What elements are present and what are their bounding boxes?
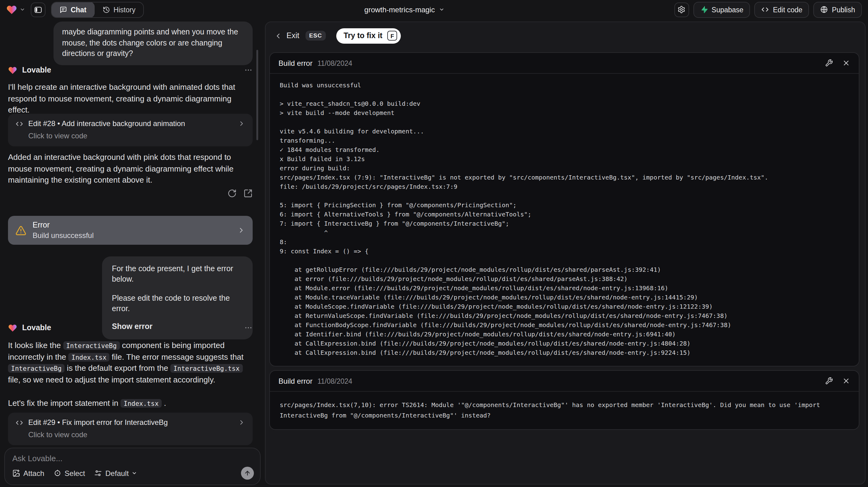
build-error-date: 11/08/2024: [317, 377, 352, 385]
publish-button[interactable]: Publish: [814, 2, 862, 18]
inline-code: Index.tsx: [121, 399, 162, 408]
attach-image-icon: [12, 469, 20, 477]
chevron-right-icon: [238, 419, 245, 426]
chevron-down-icon: [439, 7, 445, 12]
preview-panel: Exit ESC Try to fix it F Build error 11/…: [265, 22, 866, 485]
preview-header: Exit ESC Try to fix it F: [274, 28, 856, 44]
attach-button[interactable]: Attach: [12, 469, 44, 478]
edit-card-28-row: Edit #28 • Add interactive background an…: [16, 119, 245, 128]
chevron-left-icon: [274, 32, 282, 40]
build-error-card-2: Build error 11/08/2024 src/pages/Index.t…: [269, 370, 859, 430]
error-banner-subtitle: Build unsuccessful: [33, 231, 94, 240]
exit-button[interactable]: Exit: [286, 31, 299, 40]
text-part: is the default export from the: [65, 363, 170, 373]
text-part: file, so we need to adjust the import st…: [8, 375, 215, 384]
publish-label: Publish: [832, 6, 855, 13]
chat-panel: maybe diagramming points and when you mo…: [0, 19, 266, 487]
chevron-right-icon: [237, 226, 245, 234]
chat-scrollbar-thumb[interactable]: [256, 50, 258, 140]
esc-key-badge: ESC: [306, 31, 326, 40]
select-label: Select: [65, 469, 85, 478]
text-part: .: [162, 398, 166, 408]
build-error-date: 11/08/2024: [317, 59, 352, 67]
warning-triangle-icon: [16, 225, 26, 236]
assistant-name: Lovable: [22, 324, 51, 332]
lovable-heart-icon: [8, 323, 17, 332]
inline-code: InteractiveBg: [63, 341, 120, 350]
try-to-fix-button[interactable]: Try to fix it F: [336, 28, 401, 43]
close-icon[interactable]: [842, 59, 850, 67]
text-part: It looks like the: [8, 341, 63, 350]
chat-composer: Attach Select Default: [4, 448, 261, 485]
assistant-fix-text: It looks like the InteractiveBg componen…: [8, 340, 253, 386]
assistant-fix-line2: Let's fix the import statement in Index.…: [8, 398, 253, 409]
mode-label: Default: [105, 469, 129, 478]
edit-card-28[interactable]: Edit #28 • Add interactive background an…: [8, 114, 253, 146]
mode-dropdown[interactable]: Default: [94, 469, 137, 478]
chevron-right-icon: [238, 120, 245, 127]
build-error-card-1-header: Build error 11/08/2024: [270, 53, 859, 74]
arrow-up-icon: [244, 470, 251, 477]
user-message: maybe diagramming points and when you mo…: [54, 22, 253, 65]
inline-code: InteractiveBg.tsx: [170, 364, 243, 373]
fix-wrench-icon[interactable]: [825, 377, 833, 385]
build-error-card-actions: [825, 377, 850, 385]
try-to-fix-label: Try to fix it: [344, 31, 382, 40]
project-switcher[interactable]: growth-metrics-magic: [0, 0, 809, 19]
assistant-name: Lovable: [22, 66, 51, 74]
build-error-title: Build error: [278, 377, 313, 385]
user-message-text: maybe diagramming points and when you mo…: [62, 28, 238, 58]
edit-card-29-row: Edit #29 • Fix import error for Interact…: [16, 418, 245, 427]
f-key-badge: F: [387, 31, 397, 40]
close-icon[interactable]: [842, 377, 850, 385]
build-error-console-output: src/pages/Index.tsx(7,10): error TS2614:…: [270, 392, 859, 429]
assistant-intro-text: I'll help create an interactive backgrou…: [8, 82, 253, 116]
edit-card-28-subtitle: Click to view code: [28, 131, 245, 140]
chevron-down-icon: [132, 470, 137, 476]
error-banner-texts: Error Build unsuccessful: [33, 221, 94, 240]
more-options-icon[interactable]: [244, 324, 253, 332]
lovable-app: Chat History growth-metrics-magic: [0, 0, 868, 487]
error-banner-title: Error: [33, 221, 94, 230]
open-preview-icon[interactable]: [243, 189, 253, 198]
more-options-icon[interactable]: [244, 66, 253, 74]
inline-code: InteractiveBg: [8, 364, 65, 373]
build-error-card-actions: [825, 59, 850, 67]
code-icon: [16, 419, 23, 426]
edit-card-29-subtitle: Click to view code: [28, 430, 245, 439]
lovable-heart-icon: [8, 65, 17, 75]
assistant-summary-text: Added an interactive background with pin…: [8, 152, 253, 186]
code-icon: [16, 120, 23, 128]
assistant-message-header: Lovable: [8, 323, 253, 333]
user-message-line-2: Please edit the code to resolve the erro…: [112, 293, 243, 314]
project-name: growth-metrics-magic: [364, 5, 435, 14]
assistant-message-header: Lovable: [8, 65, 253, 75]
select-target-icon: [54, 469, 61, 477]
select-element-button[interactable]: Select: [54, 469, 85, 478]
build-error-console-output: Build was unsuccessful > vite_react_shad…: [270, 74, 859, 366]
user-message-line-1: For the code present, I get the error be…: [112, 264, 243, 285]
message-actions: [8, 189, 253, 198]
attach-label: Attach: [23, 469, 44, 478]
text-part: file. The error message suggests that: [110, 352, 243, 361]
inline-code: Index.tsx: [68, 353, 110, 361]
composer-toolbar: Attach Select Default: [12, 467, 254, 480]
globe-icon: [820, 5, 828, 13]
build-error-banner[interactable]: Error Build unsuccessful: [8, 216, 253, 245]
chat-input[interactable]: [12, 454, 253, 466]
edit-card-29-title: Edit #29 • Fix import error for Interact…: [28, 418, 233, 427]
restore-version-icon[interactable]: [227, 189, 237, 198]
send-button[interactable]: [241, 467, 254, 480]
sliders-icon: [94, 469, 102, 477]
build-error-card-2-header: Build error 11/08/2024: [270, 371, 859, 392]
top-bar: Chat History growth-metrics-magic: [0, 0, 868, 19]
edit-card-29[interactable]: Edit #29 • Fix import error for Interact…: [8, 413, 253, 445]
build-error-title: Build error: [278, 59, 313, 67]
build-error-card-1: Build error 11/08/2024 Build was unsucce…: [269, 52, 859, 366]
edit-card-28-title: Edit #28 • Add interactive background an…: [28, 119, 233, 128]
fix-wrench-icon[interactable]: [825, 59, 833, 67]
text-part: Let's fix the import statement in: [8, 398, 121, 408]
